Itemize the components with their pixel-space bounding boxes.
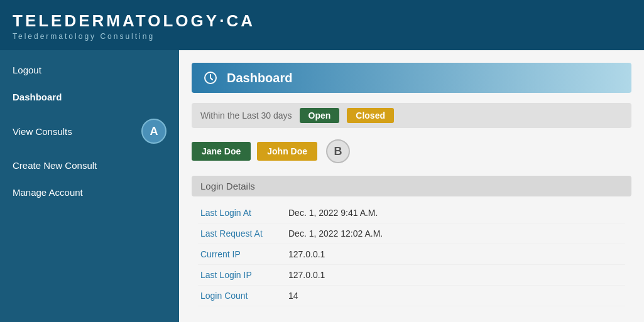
filter-closed-button[interactable]: Closed (347, 108, 394, 123)
circle-b-badge: B (326, 139, 350, 163)
sidebar: Logout Dashboard View Consults A Create … (0, 50, 179, 322)
avatar-a: A (141, 119, 166, 144)
user-button-john-doe[interactable]: John Doe (257, 142, 317, 161)
detail-value-login-count: 14 (288, 291, 298, 301)
app-subtitle: Teledermatology Consulting (13, 32, 631, 41)
detail-row-login-count: Login Count 14 (198, 286, 625, 306)
detail-value-last-login-ip: 127.0.0.1 (288, 270, 325, 280)
detail-label-current-ip: Current IP (200, 249, 288, 259)
filter-open-button[interactable]: Open (300, 108, 340, 123)
dashboard-icon (202, 69, 219, 87)
dashboard-header-bar: Dashboard (192, 63, 631, 93)
detail-row-last-request-at: Last Request At Dec. 1, 2022 12:02 A.M. (198, 223, 625, 244)
detail-label-login-count: Login Count (200, 291, 288, 301)
main-content: Dashboard Within the Last 30 days Open C… (179, 50, 644, 322)
login-details-table: Last Login At Dec. 1, 2022 9:41 A.M. Las… (192, 203, 631, 306)
detail-label-last-login-at: Last Login At (200, 208, 288, 218)
filter-label: Within the Last 30 days (200, 110, 292, 121)
filter-bar: Within the Last 30 days Open Closed (192, 103, 631, 128)
login-details-section-header: Login Details (192, 176, 631, 196)
body-wrap: Logout Dashboard View Consults A Create … (0, 50, 644, 322)
user-buttons-row: Jane Doe John Doe B (192, 137, 631, 166)
sidebar-item-label-logout: Logout (13, 65, 41, 75)
sidebar-item-label-create-consult: Create New Consult (13, 160, 97, 171)
detail-value-last-request-at: Dec. 1, 2022 12:02 A.M. (288, 228, 383, 239)
app-title: TELEDERMATOLOGY·CA (13, 11, 631, 31)
sidebar-item-label-dashboard: Dashboard (13, 92, 62, 102)
detail-label-last-request-at: Last Request At (200, 228, 288, 239)
user-button-jane-doe[interactable]: Jane Doe (192, 142, 251, 161)
detail-value-current-ip: 127.0.0.1 (288, 249, 325, 259)
detail-row-last-login-at: Last Login At Dec. 1, 2022 9:41 A.M. (198, 203, 625, 223)
dashboard-title: Dashboard (227, 71, 292, 85)
sidebar-item-manage-account[interactable]: Manage Account (0, 179, 179, 206)
sidebar-item-logout[interactable]: Logout (0, 56, 179, 83)
detail-row-current-ip: Current IP 127.0.0.1 (198, 244, 625, 265)
detail-row-last-login-ip: Last Login IP 127.0.0.1 (198, 265, 625, 286)
detail-label-last-login-ip: Last Login IP (200, 270, 288, 280)
sidebar-item-label-manage-account: Manage Account (13, 187, 83, 198)
detail-value-last-login-at: Dec. 1, 2022 9:41 A.M. (288, 208, 378, 218)
sidebar-item-create-consult[interactable]: Create New Consult (0, 152, 179, 179)
app-header: TELEDERMATOLOGY·CA Teledermatology Consu… (0, 0, 644, 50)
sidebar-item-dashboard[interactable]: Dashboard (0, 83, 179, 110)
sidebar-item-label-view-consults: View Consults (13, 126, 72, 137)
sidebar-item-view-consults[interactable]: View Consults A (0, 110, 179, 152)
